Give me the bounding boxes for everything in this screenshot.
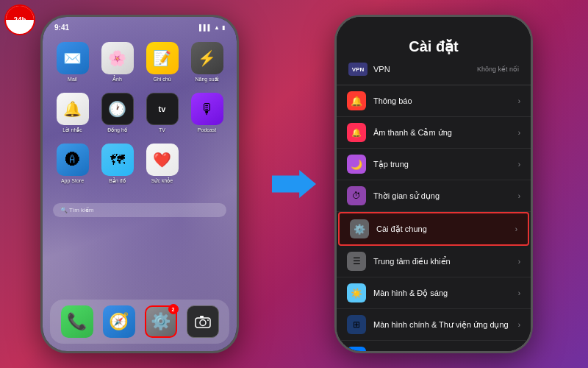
settings-dock-icon[interactable]: ⚙️ 2: [145, 305, 177, 338]
energy-icon: ⚡: [191, 42, 223, 74]
safari-dock-icon[interactable]: 🧭: [103, 305, 135, 338]
thoi-gian-text: Thời gian sử dụng: [373, 191, 518, 201]
reminders-label: Lời nhắc: [62, 127, 82, 133]
cai-dat-chung-item[interactable]: ⚙️ Cài đặt chung ›: [338, 212, 529, 246]
am-thanh-text: Âm thanh & Cảm ứng: [373, 128, 518, 138]
notes-app[interactable]: 📝 Ghi chú: [143, 42, 182, 82]
tv-label: TV: [159, 127, 165, 132]
appstore-icon: 🅐: [57, 144, 89, 176]
energy-label: Năng suất: [195, 77, 218, 82]
man-hinh-chinh-text: Màn hình chính & Thư viện ứng dụng: [373, 320, 518, 330]
thong-bao-text: Thông báo: [373, 96, 518, 105]
vpn-row: VPN VPN Không kết nối: [348, 60, 519, 79]
tv-app[interactable]: tv TV: [143, 93, 182, 133]
status-bar: 9:41 ▌▌▌ ▲ ▮: [43, 17, 237, 38]
appstore-label: App Store: [61, 178, 84, 183]
camera-dock-icon[interactable]: [187, 305, 219, 338]
thoi-gian-icon: ⏱: [347, 186, 366, 205]
thong-bao-chevron: ›: [518, 97, 520, 105]
man-hinh-chinh-chevron: ›: [518, 321, 520, 329]
settings-badge: 2: [168, 304, 179, 314]
settings-list: 🔔 Thông báo › 🔔 Âm thanh & Cảm ứng › 🌙 T…: [337, 85, 531, 351]
signal-icon: ▌▌▌: [199, 24, 212, 31]
right-phone-container: Cài đặt VPN VPN Không kết nối 🔔 Thông bá…: [279, 0, 588, 368]
am-thanh-chevron: ›: [518, 129, 520, 137]
thong-bao-icon: 🔔: [347, 91, 366, 110]
dock: 📞 🧭 ⚙️ 2: [50, 300, 229, 344]
cai-dat-chung-icon: ⚙️: [350, 219, 369, 238]
wifi-icon: ▲: [214, 24, 220, 31]
trung-tam-chevron: ›: [518, 258, 520, 266]
vpn-label: VPN VPN: [348, 63, 390, 76]
svg-point-3: [207, 319, 209, 321]
phone-screen-left: 9:41 ▌▌▌ ▲ ▮ ✉️ Mail 🌸 Ảnh 📝: [43, 17, 237, 351]
app-grid-row2: 🔔 Lời nhắc 🕐 Đồng hồ tv TV 🎙 Podcast: [43, 88, 237, 138]
thoi-gian-chevron: ›: [518, 192, 520, 200]
reminders-app[interactable]: 🔔 Lời nhắc: [53, 93, 92, 133]
clock-icon: 🕐: [101, 93, 134, 125]
health-label: Sức khỏe: [151, 178, 173, 184]
settings-title: Cài đặt: [348, 38, 519, 55]
tro-nang-icon: ♿: [347, 347, 366, 351]
clock-app[interactable]: 🕐 Đồng hồ: [98, 93, 137, 133]
status-time: 9:41: [54, 24, 69, 32]
phone-frame-left: 9:41 ▌▌▌ ▲ ▮ ✉️ Mail 🌸 Ảnh 📝: [40, 15, 239, 353]
left-phone-container: 24h 9:41 ▌▌▌ ▲ ▮ ✉️ Mail 🌸 Ả: [0, 0, 279, 368]
health-app[interactable]: ❤️ Sức khỏe: [143, 144, 182, 184]
thong-bao-item[interactable]: 🔔 Thông báo ›: [337, 85, 531, 117]
phone-dock-icon[interactable]: 📞: [61, 305, 93, 338]
tv-icon: tv: [146, 93, 179, 125]
cai-dat-chung-chevron: ›: [515, 225, 517, 233]
trung-tam-icon: ☰: [347, 252, 366, 271]
thoi-gian-item[interactable]: ⏱ Thời gian sử dụng ›: [337, 180, 531, 212]
notes-icon: 📝: [146, 42, 179, 74]
energy-app[interactable]: ⚡ Năng suất: [187, 42, 226, 82]
vpn-icon: VPN: [348, 63, 368, 76]
am-thanh-item[interactable]: 🔔 Âm thanh & Cảm ứng ›: [337, 117, 531, 149]
arrow-container: [272, 170, 316, 198]
trung-tam-item[interactable]: ☰ Trung tâm điều khiển ›: [337, 246, 531, 277]
appstore-app[interactable]: 🅐 App Store: [53, 144, 92, 184]
photos-app[interactable]: 🌸 Ảnh: [98, 42, 137, 82]
vpn-text: VPN: [373, 65, 390, 74]
trung-tam-text: Trung tâm điều khiển: [373, 257, 518, 266]
battery-icon: ▮: [222, 24, 225, 31]
vpn-status: Không kết nối: [477, 66, 519, 73]
reminders-icon: 🔔: [57, 93, 89, 125]
tro-nang-item[interactable]: ♿ Trợ năng ›: [337, 341, 531, 351]
man-hinh-chinh-item[interactable]: ⊞ Màn hình chính & Thư viện ứng dụng ›: [337, 309, 531, 341]
app-grid-row1: ✉️ Mail 🌸 Ảnh 📝 Ghi chú ⚡ Năng suất: [43, 38, 237, 87]
man-hinh-chevron: ›: [518, 289, 520, 297]
podcast-label: Podcast: [198, 127, 216, 132]
svg-point-1: [200, 320, 206, 326]
arrow-icon: [272, 170, 316, 198]
phone-frame-right: Cài đặt VPN VPN Không kết nối 🔔 Thông bá…: [334, 15, 533, 353]
photos-icon: 🌸: [101, 42, 134, 74]
maps-icon: 🗺: [101, 144, 134, 176]
tap-trung-item[interactable]: 🌙 Tập trung ›: [337, 149, 531, 180]
logo-24h: 24h: [4, 4, 35, 35]
mail-app[interactable]: ✉️ Mail: [53, 42, 92, 82]
mail-icon: ✉️: [57, 42, 89, 74]
phone-screen-right: Cài đặt VPN VPN Không kết nối 🔔 Thông bá…: [337, 17, 531, 351]
search-placeholder: 🔍 Tìm kiếm: [60, 207, 94, 213]
podcast-app[interactable]: 🎙 Podcast: [187, 93, 226, 133]
search-bar[interactable]: 🔍 Tìm kiếm: [53, 203, 226, 217]
clock-label: Đồng hồ: [107, 127, 127, 133]
maps-label: Bản đồ: [109, 178, 125, 184]
man-hinh-text: Màn hình & Độ sáng: [373, 289, 518, 298]
podcast-icon: 🎙: [191, 93, 223, 125]
logo-text: 24h: [13, 16, 26, 24]
maps-app[interactable]: 🗺 Bản đồ: [98, 144, 137, 184]
notes-label: Ghi chú: [153, 77, 171, 82]
app-grid-row3: 🅐 App Store 🗺 Bản đồ ❤️ Sức khỏe: [43, 139, 237, 188]
man-hinh-chinh-icon: ⊞: [347, 315, 366, 334]
settings-header: Cài đặt VPN VPN Không kết nối: [337, 17, 531, 85]
mail-label: Mail: [68, 77, 77, 82]
svg-rect-2: [200, 316, 204, 318]
man-hinh-item[interactable]: ☀️ Màn hình & Độ sáng ›: [337, 277, 531, 309]
placeholder-app: [187, 144, 226, 184]
am-thanh-icon: 🔔: [347, 123, 366, 142]
tap-trung-icon: 🌙: [347, 155, 366, 174]
man-hinh-icon: ☀️: [347, 283, 366, 302]
